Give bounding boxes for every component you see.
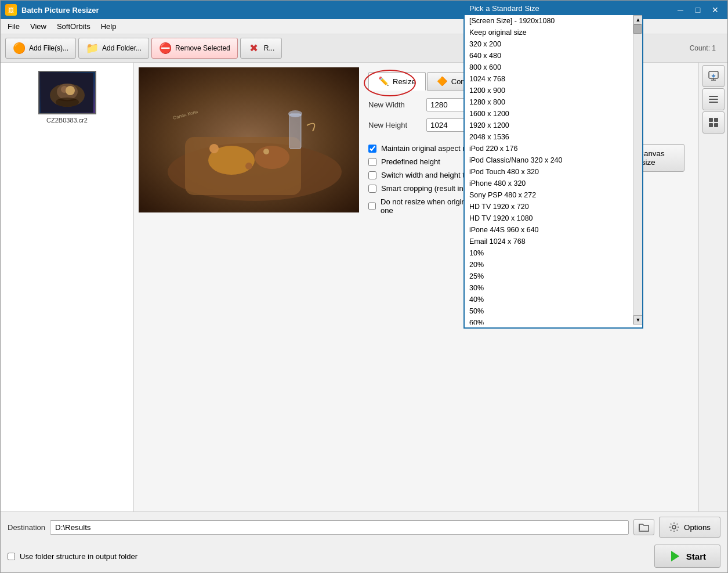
dropdown-item-11[interactable]: iPod 220 x 176 [465, 143, 642, 154]
add-folder-button[interactable]: 📁 Add Folder... [78, 38, 149, 59]
right-sidebar [698, 63, 727, 511]
import-sidebar-button[interactable] [702, 65, 725, 87]
dropdown-item-13[interactable]: iPod Touch 480 x 320 [465, 166, 642, 178]
dropdown-item-6[interactable]: 1200 x 900 [465, 85, 642, 96]
gear-icon [669, 522, 679, 532]
list-sidebar-button[interactable] [702, 88, 725, 110]
remove-icon: ⛔ [159, 42, 172, 55]
svg-rect-12 [289, 114, 301, 149]
svg-point-11 [255, 146, 289, 169]
grid-sidebar-icon [708, 117, 719, 128]
start-button[interactable]: Start [654, 545, 720, 568]
dropdown-item-9[interactable]: 1920 x 1200 [465, 120, 642, 131]
switch-wh-checkbox[interactable] [368, 171, 376, 179]
options-button[interactable]: Options [659, 517, 720, 538]
standard-size-dropdown: Pick a Standard Size [Screen Size] - 192… [463, 1, 643, 329]
menu-view[interactable]: View [26, 20, 51, 33]
dropdown-item-3[interactable]: 640 x 480 [465, 50, 642, 62]
import-sidebar-icon [708, 70, 719, 82]
svg-point-17 [263, 149, 269, 154]
dropdown-item-20[interactable]: 10% [465, 247, 642, 259]
svg-rect-19 [709, 96, 718, 97]
dropdown-item-5[interactable]: 1024 x 768 [465, 73, 642, 85]
dropdown-item-8[interactable]: 1600 x 1200 [465, 108, 642, 120]
dropdown-item-12[interactable]: iPod Classic/Nano 320 x 240 [465, 154, 642, 166]
dropdown-item-17[interactable]: HD TV 1920 x 1080 [465, 212, 642, 224]
dropdown-item-24[interactable]: 40% [465, 294, 642, 305]
main-window: 🖼 Batch Picture Resizer ─ □ ✕ File View … [0, 0, 728, 573]
scroll-down-button[interactable]: ▼ [633, 315, 642, 325]
svg-point-15 [209, 144, 219, 153]
resize-tab-wrapper: ✏️ Resize [368, 72, 426, 91]
window-controls: ─ □ ✕ [673, 4, 723, 16]
add-files-label: Add File(s)... [29, 44, 68, 52]
count-label: Count: 1 [683, 44, 723, 52]
dropdown-item-21[interactable]: 20% [465, 259, 642, 271]
dropdown-item-1[interactable]: Keep original size [465, 27, 642, 38]
add-folder-icon: 📁 [86, 42, 99, 55]
remove-selected-label: Remove Selected [175, 44, 230, 52]
svg-marker-28 [671, 551, 679, 561]
dropdown-item-2[interactable]: 320 x 200 [465, 38, 642, 50]
dropdown-item-4[interactable]: 800 x 600 [465, 62, 642, 73]
clear-label: R... [264, 44, 275, 52]
dropdown-item-25[interactable]: 50% [465, 305, 642, 317]
svg-point-26 [672, 525, 676, 529]
clear-button[interactable]: ✖ R... [240, 38, 282, 59]
file-thumbnail [38, 71, 96, 114]
dropdown-item-23[interactable]: 30% [465, 282, 642, 294]
dropdown-item-16[interactable]: HD TV 1920 x 720 [465, 201, 642, 212]
maintain-ratio-label: Maintain original aspect ratio [381, 144, 477, 153]
svg-rect-20 [709, 99, 718, 100]
menu-softorbits[interactable]: SoftOrbits [52, 20, 95, 33]
dropdown-item-7[interactable]: 1280 x 800 [465, 96, 642, 108]
add-files-button[interactable]: 🟠 Add File(s)... [5, 38, 76, 59]
destination-input[interactable] [50, 520, 629, 535]
dropdown-item-22[interactable]: 25% [465, 271, 642, 282]
dropdown-list: [Screen Size] - 1920x1080 Keep original … [465, 15, 642, 325]
predefined-height-label: Predefined height [381, 157, 440, 166]
use-folder-structure-checkbox[interactable] [8, 553, 15, 560]
scroll-thumb[interactable] [633, 24, 642, 34]
destination-browse-button[interactable] [633, 519, 654, 535]
menu-file[interactable]: File [3, 20, 24, 33]
new-height-label: New Height [368, 121, 426, 129]
tab-resize[interactable]: ✏️ Resize [368, 72, 426, 91]
grid-sidebar-button[interactable] [702, 111, 725, 134]
remove-selected-button[interactable]: ⛔ Remove Selected [151, 38, 238, 59]
thumbnail-content [39, 72, 95, 113]
start-icon [669, 550, 682, 563]
tab-resize-label: Resize [393, 77, 416, 86]
svg-point-5 [56, 98, 79, 107]
predefined-height-checkbox[interactable] [368, 158, 376, 166]
use-folder-structure-label: Use folder structure in output folder [20, 552, 137, 561]
svg-rect-23 [714, 118, 718, 122]
svg-point-13 [288, 110, 302, 117]
dropdown-item-15[interactable]: Sony PSP 480 x 272 [465, 189, 642, 201]
folder-structure-bar: Use folder structure in output folder St… [1, 542, 727, 572]
no-resize-checkbox[interactable] [368, 202, 376, 210]
dropdown-item-14[interactable]: iPhone 480 x 320 [465, 178, 642, 189]
maximize-button[interactable]: □ [690, 4, 705, 16]
smart-crop-checkbox[interactable] [368, 185, 376, 193]
add-folder-label: Add Folder... [102, 44, 142, 52]
menu-help[interactable]: Help [96, 20, 121, 33]
options-label: Options [684, 523, 711, 532]
dropdown-item-19[interactable]: Email 1024 x 768 [465, 236, 642, 247]
dropdown-item-18[interactable]: iPone 4/4S 960 x 640 [465, 224, 642, 236]
preview-image: Сален Коли [139, 67, 359, 212]
svg-point-4 [66, 86, 75, 95]
preview-svg: Сален Коли [139, 67, 359, 212]
list-item[interactable]: CZ2B0383.cr2 [5, 67, 129, 127]
dropdown-item-10[interactable]: 2048 x 1536 [465, 131, 642, 143]
scroll-up-button[interactable]: ▲ [633, 15, 642, 24]
maintain-ratio-checkbox[interactable] [368, 145, 376, 153]
dropdown-title: Pick a Standard Size [469, 4, 539, 13]
new-width-label: New Width [368, 100, 426, 109]
minimize-button[interactable]: ─ [673, 4, 688, 16]
close-button[interactable]: ✕ [708, 4, 723, 16]
thumbnail-svg [41, 73, 93, 113]
app-icon: 🖼 [5, 4, 17, 16]
dropdown-item-26[interactable]: 60% [465, 317, 642, 325]
dropdown-item-0[interactable]: [Screen Size] - 1920x1080 [465, 15, 642, 27]
